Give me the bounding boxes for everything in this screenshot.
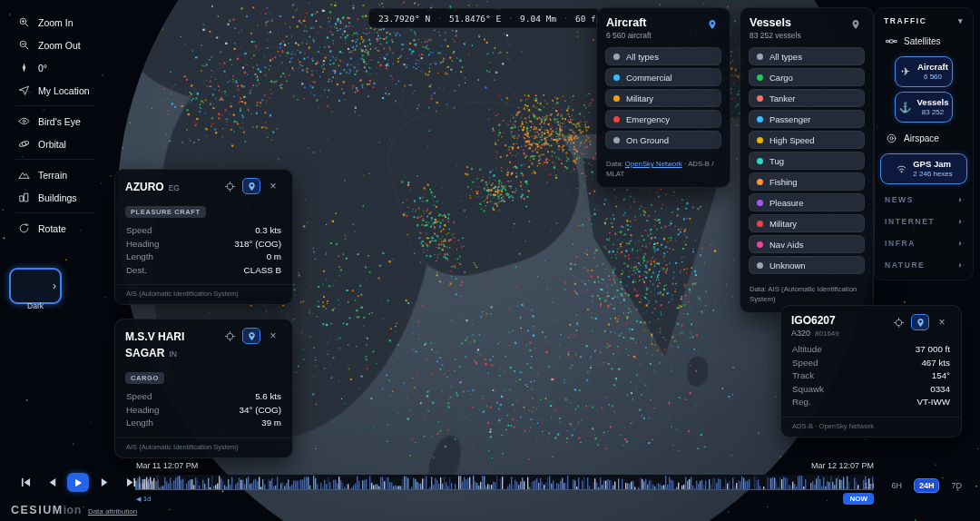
- detail-value: 154°: [932, 369, 950, 383]
- chevron-right-icon: ›: [958, 217, 963, 226]
- skip-start-button[interactable]: [15, 473, 36, 492]
- vessel-info-panel: AZUROEG×PLEASURE CRAFTSpeed0.3 ktsHeadin…: [114, 169, 293, 305]
- cesium-logo: CESIUMion: [11, 504, 82, 516]
- vessels-panel-count: 83 252 vessels: [750, 31, 801, 40]
- toolbar-item-bird-s-eye[interactable]: Bird's Eye: [7, 110, 103, 133]
- timeline-start-label: Mar 11 12:07 PM: [136, 461, 198, 470]
- range-1h-button[interactable]: 1H: [858, 478, 880, 493]
- filter-color-dot: [757, 200, 763, 206]
- pin-icon[interactable]: [242, 178, 260, 194]
- step-back-button[interactable]: [41, 473, 63, 492]
- vessel-filter-high-speed[interactable]: High Speed: [749, 131, 865, 149]
- step-forward-button[interactable]: [93, 473, 115, 492]
- detail-row: Altitude37 000 ft: [781, 343, 961, 357]
- vessel-filter-fishing[interactable]: Fishing: [749, 172, 865, 191]
- toolbar-item-rotate[interactable]: Rotate: [7, 217, 103, 240]
- detail-label: Heading: [126, 238, 160, 251]
- filter-label: Nav Aids: [769, 240, 804, 250]
- detail-row: Heading318° (COG): [115, 238, 292, 251]
- vessels-filter-panel: Vessels 83 252 vessels All typesCargoTan…: [740, 7, 874, 313]
- filter-label: Fishing: [769, 177, 798, 187]
- plane-icon: ✈: [899, 65, 912, 78]
- toolbar-item-label: My Location: [38, 85, 90, 96]
- vessel-filter-nav-aids[interactable]: Nav Aids: [749, 235, 865, 253]
- aircraft-filter-military[interactable]: Military: [605, 89, 721, 107]
- aircraft-filter-on-ground[interactable]: On Ground: [605, 131, 721, 149]
- range-6h-button[interactable]: 6H: [886, 478, 907, 493]
- aircraft-filter-all-types[interactable]: All types: [605, 47, 721, 65]
- playback-controls: [15, 473, 142, 492]
- close-icon[interactable]: ×: [264, 178, 282, 194]
- ship-icon: ⚓: [899, 101, 912, 113]
- vessel-filter-passenger[interactable]: Passenger: [749, 110, 865, 128]
- layer-airspace[interactable]: Airspace: [880, 127, 967, 149]
- toolbar-item-my-location[interactable]: My Location: [7, 79, 103, 102]
- layer-satellites[interactable]: Satellites: [880, 30, 967, 52]
- section-nature[interactable]: NATURE›: [880, 254, 967, 276]
- vessel-filter-cargo[interactable]: Cargo: [749, 68, 865, 86]
- toolbar-item-buildings[interactable]: Buildings: [7, 186, 103, 209]
- aircraft-filter-emergency[interactable]: Emergency: [605, 110, 721, 128]
- vessel-filter-military[interactable]: Military: [749, 214, 865, 232]
- theme-selector[interactable]: ›: [9, 268, 62, 304]
- detail-label: Length: [126, 417, 153, 430]
- my-location-icon: [17, 84, 30, 97]
- range-24h-button[interactable]: 24H: [914, 478, 940, 493]
- pin-icon[interactable]: [848, 16, 864, 33]
- pin-icon[interactable]: [704, 16, 720, 33]
- aircraft-panel-count: 6 560 aircraft: [606, 31, 652, 40]
- data-attribution-link[interactable]: Data attribution: [88, 507, 137, 516]
- close-icon[interactable]: ×: [933, 314, 951, 330]
- section-news[interactable]: NEWS›: [880, 189, 967, 211]
- vessel-filter-all-types[interactable]: All types: [749, 47, 865, 65]
- layer-label: Vessels: [917, 97, 949, 107]
- theme-label: Dark: [9, 301, 62, 310]
- opensky-link[interactable]: OpenSky Network: [625, 160, 682, 168]
- aircraft-filter-commercial[interactable]: Commercial: [605, 68, 721, 86]
- layer-aircraft[interactable]: ✈Aircraft6 560: [895, 56, 953, 87]
- detail-row: Speed0.3 kts: [115, 224, 292, 238]
- filter-label: Passenger: [769, 114, 810, 124]
- now-button[interactable]: NOW: [843, 493, 874, 505]
- layer-gps-jam[interactable]: GPS Jam2 246 hexes: [880, 153, 967, 184]
- vessel-filter-unknown[interactable]: Unknown: [749, 256, 865, 274]
- focus-target-icon[interactable]: [220, 178, 239, 194]
- traffic-section-label: TRAFFIC: [884, 16, 927, 25]
- toolbar-item-zoom-out[interactable]: Zoom Out: [7, 34, 103, 56]
- vessel-filter-tug[interactable]: Tug: [749, 152, 865, 170]
- toolbar-item-terrain[interactable]: Terrain: [7, 163, 103, 186]
- layer-vessels[interactable]: ⚓Vessels83 252: [895, 92, 953, 123]
- traffic-section-header[interactable]: TRAFFIC ▾: [880, 14, 967, 30]
- detail-value: 318° (COG): [234, 238, 281, 251]
- vessel-filter-tanker[interactable]: Tanker: [749, 89, 865, 107]
- toolbar-item-label: Terrain: [38, 170, 67, 181]
- toolbar-item-0[interactable]: 0°: [7, 56, 103, 79]
- chevron-right-icon[interactable]: ›: [53, 280, 60, 292]
- layer-count: 6 560: [924, 72, 942, 82]
- flight-hex-code: 801649: [815, 329, 839, 338]
- separator: ·: [437, 15, 442, 23]
- play-button[interactable]: [67, 473, 89, 492]
- section-label: INFRA: [885, 239, 916, 248]
- pin-icon[interactable]: [242, 328, 260, 344]
- pin-icon[interactable]: [911, 314, 929, 330]
- close-icon[interactable]: ×: [264, 328, 282, 344]
- vessel-filter-pleasure[interactable]: Pleasure: [749, 193, 865, 211]
- detail-value: 467 kts: [921, 357, 950, 370]
- section-internet[interactable]: INTERNET›: [880, 211, 967, 232]
- filter-label: Tug: [769, 156, 784, 166]
- detail-row: Speed467 kts: [781, 357, 961, 370]
- toolbar-item-zoom-in[interactable]: Zoom In: [7, 11, 103, 34]
- filter-color-dot: [757, 221, 763, 227]
- section-infra[interactable]: INFRA›: [880, 232, 967, 254]
- toolbar-item-orbital[interactable]: Orbital: [7, 133, 103, 155]
- toolbar-divider: [15, 212, 95, 213]
- range-7d-button[interactable]: 7D: [946, 478, 967, 493]
- timeline-track[interactable]: [135, 475, 874, 490]
- filter-color-dot: [757, 137, 763, 143]
- focus-target-icon[interactable]: [889, 314, 907, 330]
- detail-value: 37 000 ft: [916, 343, 950, 357]
- vessel-type-badge: CARGO: [125, 372, 164, 384]
- filter-label: Military: [769, 219, 797, 229]
- focus-target-icon[interactable]: [220, 328, 239, 344]
